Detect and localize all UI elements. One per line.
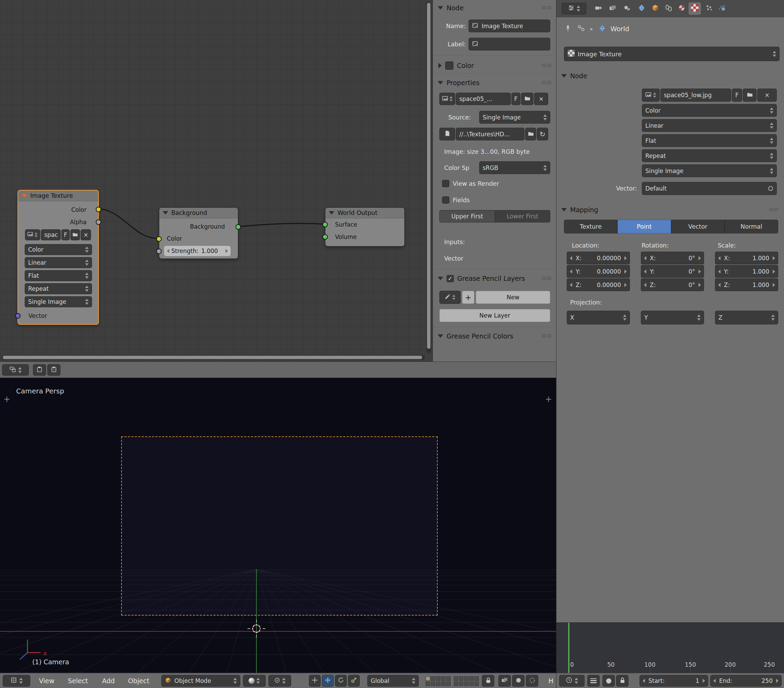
layer-cell[interactable] (426, 681, 430, 686)
menu-add[interactable]: Add (99, 673, 118, 688)
open-image-button[interactable] (743, 89, 756, 102)
colorspace-menu[interactable]: sRGB (479, 162, 550, 174)
socket-vector-input[interactable] (15, 313, 21, 318)
decrement-icon[interactable] (713, 679, 716, 683)
node-tree-icon[interactable] (577, 25, 585, 33)
gp-new-datablock-button[interactable] (462, 291, 474, 304)
decrement-icon[interactable] (644, 256, 646, 260)
source-menu[interactable]: Single Image (479, 111, 550, 124)
tab-physics[interactable] (716, 2, 728, 15)
gp-layers-checkbox[interactable] (446, 275, 454, 282)
opengl-anim-button[interactable] (512, 675, 524, 686)
filepath-field[interactable]: //..\Textures\HD... (456, 128, 524, 140)
translate-manipulator-button[interactable] (322, 675, 334, 686)
manipulator-toggle-button[interactable] (309, 675, 321, 686)
tab-world[interactable] (635, 2, 648, 15)
layer-cell[interactable] (446, 676, 451, 681)
increment-icon[interactable] (698, 269, 701, 274)
node-background[interactable]: Background Background Color Strength: 1.… (159, 207, 238, 259)
mapping-tab-normal[interactable]: Normal (725, 220, 778, 233)
frame-end-field[interactable]: End: 250 (710, 675, 782, 686)
scale-x-field[interactable]: X:1.000 (715, 252, 778, 264)
mapping-tab-vector[interactable]: Vector (671, 220, 725, 233)
editor-type-menu[interactable] (2, 364, 29, 376)
increment-icon[interactable] (698, 256, 701, 260)
gp-colors-grip-icon[interactable] (541, 332, 551, 339)
decrement-icon[interactable] (570, 269, 572, 274)
scale-y-field[interactable]: Y:1.000 (715, 265, 778, 278)
projection-menu[interactable]: Flat (25, 270, 92, 281)
decrement-icon[interactable] (570, 256, 572, 260)
image-source-menu[interactable]: Single Image (642, 165, 777, 177)
fields-checkbox[interactable] (442, 196, 449, 204)
image-datablock-menu[interactable] (642, 89, 660, 102)
decrement-icon[interactable] (644, 269, 646, 274)
breadcrumb-world-label[interactable]: World (611, 25, 629, 33)
source-menu[interactable]: Single Image (25, 296, 92, 307)
autokey-button[interactable] (603, 675, 615, 686)
panel-header-color[interactable]: Color (438, 60, 474, 71)
tab-constraints[interactable] (662, 2, 675, 15)
decrement-icon[interactable] (718, 283, 720, 287)
editor-type-menu[interactable] (562, 3, 586, 15)
mapping-panel-grip-icon[interactable] (768, 206, 779, 213)
projection-x-menu[interactable]: X (567, 311, 630, 325)
color-mode-menu[interactable]: Color (642, 104, 777, 117)
mapping-tab-point[interactable]: Point (618, 220, 671, 233)
layers-grid-1[interactable] (426, 676, 451, 686)
image-datablock-menu[interactable] (439, 93, 455, 105)
node-color-swatch[interactable] (445, 61, 453, 70)
gp-new-button[interactable]: New (476, 291, 550, 304)
layer-cell[interactable] (474, 676, 479, 681)
copy-node-tree-button[interactable] (33, 364, 46, 376)
properties-panel-grip-icon[interactable] (541, 79, 551, 86)
tab-object[interactable] (649, 2, 662, 15)
socket-volume-input[interactable] (322, 234, 328, 240)
layer-cell[interactable] (446, 681, 451, 686)
increment-icon[interactable] (698, 283, 701, 287)
tab-material[interactable] (675, 2, 688, 15)
node-image-texture-header[interactable]: Image Texture (18, 191, 98, 201)
fake-user-button[interactable]: F (511, 93, 520, 105)
node-background-header[interactable]: Background (159, 208, 238, 218)
increment-icon[interactable] (772, 256, 775, 260)
interpolation-menu[interactable]: Linear (642, 119, 777, 132)
texture-id-selector[interactable]: Image Texture (564, 47, 779, 61)
rotation-x-field[interactable]: X:0° (641, 252, 704, 264)
layer-cell[interactable] (459, 681, 463, 686)
location-y-field[interactable]: Y:0.00000 (567, 265, 630, 278)
tab-particles[interactable] (703, 2, 715, 15)
decrement-icon[interactable] (642, 679, 645, 683)
pin-icon[interactable] (565, 25, 571, 33)
strength-slider[interactable]: Strength: 1.000 (164, 246, 231, 256)
unlink-button[interactable] (534, 93, 548, 105)
image-name-field[interactable]: space05_... (456, 93, 511, 105)
upper-first-toggle[interactable]: Upper First (439, 210, 495, 223)
tab-texture[interactable] (688, 2, 701, 15)
layer-cell[interactable] (459, 676, 463, 681)
increment-icon[interactable] (624, 283, 627, 287)
scale-z-field[interactable]: Z:1.000 (715, 279, 778, 291)
node-name-field[interactable]: Image Texture (469, 20, 550, 32)
layers-grid-2[interactable] (454, 676, 479, 686)
panel-header-node[interactable]: Node (438, 3, 464, 13)
frame-start-field[interactable]: Start: 1 (639, 675, 708, 686)
increment-icon[interactable] (624, 256, 627, 260)
image-name-field[interactable]: spac (41, 229, 61, 240)
layer-cell[interactable] (441, 676, 446, 681)
layer-cell[interactable] (431, 681, 435, 686)
lower-first-toggle[interactable]: Lower First (495, 210, 550, 223)
socket-surface-input[interactable] (322, 222, 328, 227)
open-file-button[interactable] (525, 128, 536, 140)
gp-new-layer-button[interactable]: New Layer (439, 309, 550, 322)
tab-scene[interactable] (621, 2, 633, 15)
editor-type-menu[interactable] (3, 675, 30, 686)
layer-cell[interactable] (431, 676, 435, 681)
decrement-icon[interactable] (570, 283, 572, 287)
fake-user-button[interactable]: F (61, 229, 70, 240)
interpolation-menu[interactable]: Linear (25, 257, 92, 268)
timeline[interactable]: 0 50 100 150 200 250 (556, 622, 784, 673)
decrement-icon[interactable] (718, 256, 720, 260)
socket-color-input[interactable] (156, 236, 162, 242)
layer-cell[interactable] (436, 676, 440, 681)
